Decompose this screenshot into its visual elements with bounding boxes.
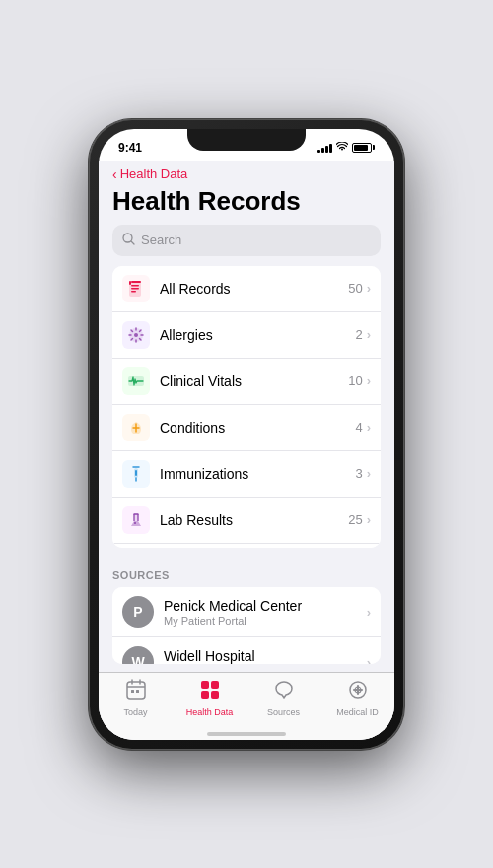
screen-content: ‹ Health Data Health Records Search	[99, 161, 394, 740]
svg-rect-44	[201, 681, 209, 689]
home-indicator	[99, 725, 394, 740]
phone-frame: 9:41	[89, 119, 404, 750]
allergies-label: Allergies	[160, 327, 355, 343]
conditions-count: 4	[355, 420, 362, 434]
health-data-tab-icon	[199, 679, 221, 705]
immunizations-chevron-icon: ›	[367, 466, 371, 481]
sources-list: P Penick Medical Center My Patient Porta…	[112, 587, 381, 663]
wifi-icon	[336, 142, 348, 154]
back-label: Health Data	[120, 167, 188, 181]
svg-rect-43	[136, 690, 139, 693]
records-list: All Records 50 › Allergies 2 › Clinical …	[112, 266, 381, 549]
svg-rect-5	[131, 291, 136, 293]
back-chevron-icon: ‹	[112, 167, 117, 182]
back-link[interactable]: ‹ Health Data	[112, 167, 381, 182]
record-item-allergies[interactable]: Allergies 2 ›	[112, 312, 381, 359]
search-bar[interactable]: Search	[112, 225, 381, 256]
widell-hospital-name: Widell Hospital	[164, 648, 367, 664]
penick-medical-icon: P	[122, 596, 154, 628]
status-icons	[317, 142, 375, 154]
sources-header: SOURCES	[99, 556, 394, 587]
svg-rect-47	[211, 691, 219, 699]
svg-rect-22	[135, 470, 137, 476]
source-item-penick-medical[interactable]: P Penick Medical Center My Patient Porta…	[112, 587, 381, 637]
all-records-icon	[122, 275, 150, 302]
tab-today[interactable]: Today	[106, 679, 166, 717]
conditions-icon	[122, 414, 150, 441]
widell-hospital-icon: W	[122, 646, 154, 663]
clinical-vitals-chevron-icon: ›	[367, 373, 371, 388]
sources-tab-label: Sources	[267, 707, 300, 717]
back-nav[interactable]: ‹ Health Data	[99, 161, 394, 184]
tab-bar: Today Health Data Sources Medical ID	[99, 672, 394, 725]
svg-rect-7	[131, 281, 141, 283]
tab-medical-id[interactable]: Medical ID	[328, 679, 387, 717]
today-tab-label: Today	[123, 707, 147, 717]
svg-rect-3	[131, 285, 139, 287]
clinical-vitals-count: 10	[348, 373, 362, 388]
svg-rect-45	[211, 681, 219, 689]
search-icon	[122, 232, 135, 249]
phone-screen: 9:41	[99, 129, 394, 740]
penick-medical-name: Penick Medical Center	[164, 598, 367, 614]
record-item-all-records[interactable]: All Records 50 ›	[112, 266, 381, 312]
allergies-icon	[122, 321, 150, 349]
svg-rect-42	[131, 690, 134, 693]
widell-hospital-text: Widell Hospital Patient Chart Pro	[164, 648, 367, 664]
svg-line-14	[131, 330, 133, 332]
immunizations-count: 3	[355, 466, 362, 481]
all-records-count: 50	[348, 281, 362, 296]
allergies-count: 2	[355, 327, 362, 342]
lab-results-icon	[122, 506, 150, 534]
signal-icon	[317, 143, 332, 153]
widell-hospital-chevron-icon: ›	[367, 655, 371, 664]
penick-medical-chevron-icon: ›	[367, 605, 371, 620]
sources-tab-icon	[273, 679, 295, 705]
all-records-label: All Records	[160, 281, 348, 297]
record-item-lab-results[interactable]: Lab Results 25 ›	[112, 498, 381, 544]
clinical-vitals-icon	[122, 367, 150, 395]
lab-results-label: Lab Results	[160, 512, 348, 528]
svg-rect-6	[129, 281, 131, 285]
record-item-immunizations[interactable]: Immunizations 3 ›	[112, 451, 381, 498]
page-title: Health Records	[99, 184, 394, 225]
svg-rect-46	[201, 691, 209, 699]
allergies-chevron-icon: ›	[367, 327, 371, 342]
all-records-chevron-icon: ›	[367, 281, 371, 296]
health-data-tab-label: Health Data	[186, 707, 234, 717]
battery-icon	[352, 143, 375, 153]
home-bar	[207, 732, 286, 736]
svg-point-9	[134, 333, 138, 337]
svg-line-16	[140, 330, 142, 332]
svg-line-15	[140, 338, 142, 340]
lab-results-chevron-icon: ›	[367, 512, 371, 527]
tab-sources[interactable]: Sources	[254, 679, 314, 717]
record-item-conditions[interactable]: Conditions 4 ›	[112, 405, 381, 451]
medical-id-tab-label: Medical ID	[336, 707, 379, 717]
record-item-clinical-vitals[interactable]: Clinical Vitals 10 ›	[112, 359, 381, 405]
svg-line-1	[131, 241, 134, 244]
immunizations-icon	[122, 460, 150, 488]
tab-health-data[interactable]: Health Data	[180, 679, 240, 717]
penick-medical-subtitle: My Patient Portal	[164, 615, 367, 627]
penick-medical-text: Penick Medical Center My Patient Portal	[164, 598, 367, 627]
medical-id-tab-icon	[347, 679, 369, 705]
svg-rect-4	[131, 288, 139, 290]
conditions-chevron-icon: ›	[367, 420, 371, 434]
record-item-medications[interactable]: Medications 4 ›	[112, 544, 381, 549]
svg-line-17	[131, 338, 133, 340]
phone-notch	[187, 129, 306, 151]
lab-results-count: 25	[348, 512, 362, 527]
search-placeholder: Search	[141, 233, 181, 247]
conditions-label: Conditions	[160, 420, 355, 435]
today-tab-icon	[125, 679, 147, 705]
svg-point-28	[134, 522, 136, 524]
source-item-widell-hospital[interactable]: W Widell Hospital Patient Chart Pro ›	[112, 637, 381, 663]
immunizations-label: Immunizations	[160, 466, 355, 482]
status-time: 9:41	[118, 141, 142, 155]
clinical-vitals-label: Clinical Vitals	[160, 373, 348, 389]
